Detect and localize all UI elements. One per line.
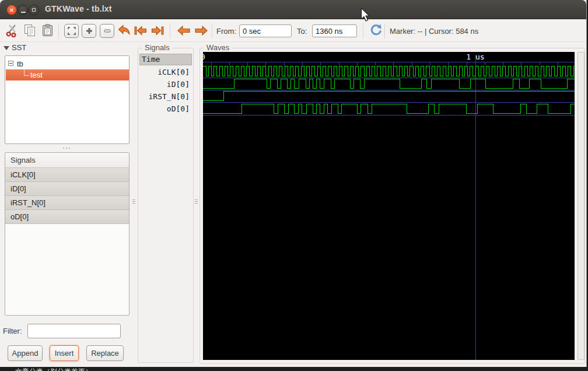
- from-label: From:: [216, 27, 236, 36]
- from-input[interactable]: [239, 24, 292, 37]
- to-input[interactable]: [312, 24, 357, 37]
- toolbar-separator: [58, 23, 59, 38]
- zoom-in-icon: [85, 27, 93, 35]
- zoom-out-icon: [103, 27, 111, 35]
- collapse-icon[interactable]: [8, 61, 13, 66]
- zoom-to-start-button[interactable]: [133, 23, 148, 38]
- window-title: GTKWave - tb.lxt: [45, 4, 112, 13]
- tree-node-tb[interactable]: tb: [6, 58, 129, 69]
- titlebar[interactable]: GTKWave - tb.lxt: [0, 0, 586, 19]
- reload-button[interactable]: [368, 23, 383, 38]
- filter-label: Filter:: [3, 327, 22, 335]
- reload-icon: [369, 23, 383, 37]
- zoom-to-start-icon: [133, 23, 148, 38]
- background-window-strip: 文章分类（别分类差更）: [0, 367, 588, 371]
- horizontal-splitter-handle[interactable]: [63, 147, 72, 149]
- signals-listbox: Signals iCLK[0] iD[0] iRST_N[0] oD[0]: [5, 152, 130, 316]
- list-item[interactable]: iD[0]: [5, 182, 129, 196]
- svg-text:1 us: 1 us: [466, 52, 484, 61]
- zoom-out-button[interactable]: [100, 24, 114, 38]
- cut-icon: [5, 23, 19, 37]
- mouse-cursor: [360, 8, 371, 25]
- replace-button[interactable]: Replace: [86, 345, 124, 361]
- wave-signal-name[interactable]: iD[0]: [139, 78, 192, 90]
- waveform-area[interactable]: 1 us0: [203, 52, 575, 360]
- close-button[interactable]: [6, 5, 17, 15]
- wave-signal-name[interactable]: iCLK[0]: [139, 66, 192, 78]
- list-item[interactable]: iCLK[0]: [5, 168, 129, 182]
- paste-icon: [41, 23, 55, 37]
- marker-cursor-status: Marker: -- | Cursor: 584 ns: [390, 27, 478, 36]
- background-window-text: 文章分类（别分类差更）: [15, 367, 92, 371]
- copy-icon: [23, 23, 37, 37]
- zoom-fit-icon: [68, 27, 76, 35]
- toolbar-separator: [363, 23, 363, 38]
- sst-header[interactable]: SST: [12, 43, 26, 52]
- to-label: To:: [297, 27, 307, 36]
- waves-vscrollbar[interactable]: [578, 52, 584, 360]
- pane-splitter[interactable]: [194, 42, 198, 366]
- gtkwave-window: GTKWave - tb.lxt: [0, 0, 587, 367]
- insert-button[interactable]: Insert: [50, 345, 79, 361]
- zoom-to-end-icon: [150, 23, 165, 38]
- zoom-undo-icon: [117, 23, 132, 38]
- toolbar-separator: [384, 23, 385, 38]
- list-item[interactable]: oD[0]: [5, 210, 129, 224]
- waves-pane-label: Waves: [204, 43, 232, 52]
- shift-right-icon: [194, 23, 209, 38]
- copy-button[interactable]: [22, 23, 37, 38]
- screen: GTKWave - tb.lxt: [0, 0, 588, 371]
- tree-node-test[interactable]: test: [6, 69, 129, 80]
- signals-pane-label: Signals: [142, 43, 172, 52]
- minimize-button[interactable]: [18, 5, 28, 15]
- sst-tree: tb test: [5, 55, 130, 144]
- toolbar-separator: [212, 23, 212, 38]
- wave-signal-name[interactable]: iRST_N[0]: [139, 90, 192, 103]
- zoom-fit-button[interactable]: [64, 24, 79, 38]
- toolbar-separator: [170, 23, 170, 38]
- signals-list-header[interactable]: Signals: [5, 153, 129, 168]
- zoom-to-end-button[interactable]: [150, 23, 165, 38]
- filter-input[interactable]: [27, 324, 121, 338]
- maximize-button[interactable]: [29, 5, 39, 15]
- tree-branch-icon: [24, 69, 29, 76]
- paste-button[interactable]: [40, 23, 55, 38]
- shift-left-icon: [176, 23, 191, 38]
- toolbar: From: To: Marker: -- | Cursor: 584 ns: [0, 19, 586, 42]
- pane-splitter[interactable]: [132, 42, 136, 366]
- cut-button[interactable]: [5, 23, 20, 38]
- zoom-undo-button[interactable]: [117, 23, 132, 38]
- svg-text:0: 0: [203, 52, 205, 61]
- sst-expander-icon[interactable]: [4, 46, 9, 50]
- zoom-in-button[interactable]: [82, 24, 96, 38]
- time-header[interactable]: Time: [139, 54, 192, 65]
- shift-right-button[interactable]: [194, 23, 209, 38]
- append-button[interactable]: Append: [8, 345, 43, 361]
- list-item[interactable]: iRST_N[0]: [5, 196, 129, 210]
- wave-signal-name[interactable]: oD[0]: [139, 103, 192, 115]
- waveform-canvas[interactable]: 1 us0: [203, 52, 575, 360]
- shift-left-button[interactable]: [176, 23, 191, 38]
